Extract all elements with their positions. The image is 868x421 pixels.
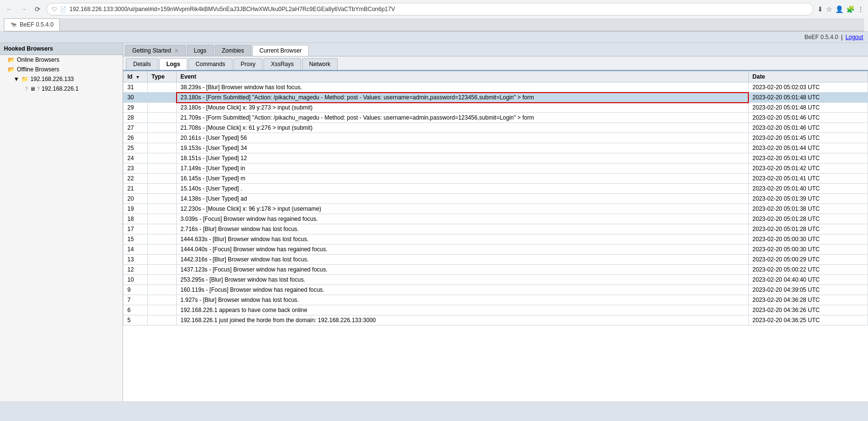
table-row[interactable]: 1912.230s - [Mouse Click] x: 96 y:178 > … bbox=[124, 204, 868, 214]
cell-event: 192.168.226.1 just joined the horde from… bbox=[177, 315, 749, 326]
logout-link[interactable]: Logout bbox=[845, 34, 863, 41]
sub-tab-logs[interactable]: Logs bbox=[159, 58, 188, 70]
cell-type bbox=[148, 103, 177, 113]
cell-type bbox=[148, 113, 177, 123]
back-button[interactable]: ← bbox=[4, 4, 14, 14]
beef-version: BeEF 0.5.4.0 bbox=[804, 34, 838, 41]
cell-id: 19 bbox=[124, 204, 148, 214]
browser-actions: ⬇ ☆ 👤 🧩 ⋮ bbox=[817, 5, 864, 13]
table-row[interactable]: 2519.153s - [User Typed] 342023-02-20 05… bbox=[124, 143, 868, 153]
menu-button[interactable]: ⋮ bbox=[857, 5, 864, 13]
table-row[interactable]: 2115.140s - [User Typed] .2023-02-20 05:… bbox=[124, 184, 868, 194]
expand-icon: ▼ bbox=[14, 76, 19, 82]
table-row[interactable]: 151444.633s - [Blur] Browser window has … bbox=[124, 234, 868, 244]
zombies-label: Zombies bbox=[222, 47, 244, 54]
table-row[interactable]: 141444.040s - [Focus] Browser window has… bbox=[124, 244, 868, 255]
col-event[interactable]: Event bbox=[177, 71, 749, 82]
reload-button[interactable]: ⟳ bbox=[33, 4, 42, 14]
table-row[interactable]: 3138.239s - [Blur] Browser window has lo… bbox=[124, 82, 868, 93]
sort-arrow-id: ▼ bbox=[136, 75, 140, 80]
sidebar-item-online[interactable]: 📂 Online Browsers bbox=[0, 55, 123, 65]
cell-event: 21.709s - [Form Submitted] "Action: /pik… bbox=[177, 113, 749, 123]
table-row[interactable]: 6192.168.226.1 appears to have come back… bbox=[124, 305, 868, 315]
table-row[interactable]: 5192.168.226.1 just joined the horde fro… bbox=[124, 315, 868, 326]
sidebar-item-offline[interactable]: 📂 Offline Browsers bbox=[0, 65, 123, 74]
xssrays-label: XssRays bbox=[271, 61, 293, 68]
sub-tab-commands[interactable]: Commands bbox=[188, 58, 232, 70]
cell-type bbox=[148, 204, 177, 214]
current-browser-label: Current Browser bbox=[260, 47, 302, 54]
cell-id: 5 bbox=[124, 315, 148, 326]
cell-type bbox=[148, 174, 177, 184]
cell-date: 2023-02-20 05:01:41 UTC bbox=[748, 174, 868, 184]
cell-type bbox=[148, 265, 177, 275]
browser-tab-beef[interactable]: 🐄 BeEF 0.5.4.0 bbox=[4, 18, 60, 31]
network-label: Network bbox=[309, 61, 331, 68]
star-button[interactable]: ☆ bbox=[826, 5, 832, 13]
main-tab-logs[interactable]: Logs bbox=[187, 45, 214, 56]
cell-date: 2023-02-20 04:39:05 UTC bbox=[748, 285, 868, 295]
main-tabs: Getting Started ✕ Logs Zombies Current B… bbox=[123, 43, 868, 56]
table-row[interactable]: 71.927s - [Blur] Browser window has lost… bbox=[124, 295, 868, 305]
browser-tab-bar: 🐄 BeEF 0.5.4.0 bbox=[4, 18, 864, 31]
table-row[interactable]: 9160.119s - [Focus] Browser window has r… bbox=[124, 285, 868, 295]
cell-event: 160.119s - [Focus] Browser window has re… bbox=[177, 285, 749, 295]
sub-tab-network[interactable]: Network bbox=[302, 58, 338, 70]
table-row[interactable]: 2620.161s - [User Typed] 562023-02-20 05… bbox=[124, 133, 868, 143]
cell-date: 2023-02-20 05:00:29 UTC bbox=[748, 255, 868, 265]
table-row[interactable]: 2721.708s - [Mouse Click] x: 61 y:276 > … bbox=[124, 123, 868, 133]
cell-id: 26 bbox=[124, 133, 148, 143]
downloads-button[interactable]: ⬇ bbox=[817, 5, 823, 13]
proxy-label: Proxy bbox=[241, 61, 256, 68]
cell-date: 2023-02-20 05:01:40 UTC bbox=[748, 184, 868, 194]
table-row[interactable]: 10253.295s - [Blur] Browser window has l… bbox=[124, 275, 868, 285]
tab-favicon: 🐄 bbox=[10, 22, 17, 28]
table-row[interactable]: 2821.709s - [Form Submitted] "Action: /p… bbox=[124, 113, 868, 123]
online-browsers-label: Online Browsers bbox=[17, 56, 59, 63]
browser-icon-2: 🖥 bbox=[30, 86, 35, 92]
offline-browsers-label: Offline Browsers bbox=[17, 66, 59, 73]
address-bar[interactable]: 🛡 📄 192.168.226.133:3000/ui/panel#id=159… bbox=[46, 3, 813, 15]
col-id[interactable]: Id ▼ bbox=[124, 71, 148, 82]
cell-id: 17 bbox=[124, 224, 148, 234]
table-row[interactable]: 172.716s - [Blur] Browser window has los… bbox=[124, 224, 868, 234]
table-row[interactable]: 2014.138s - [User Typed] ad2023-02-20 05… bbox=[124, 194, 868, 204]
cell-id: 25 bbox=[124, 143, 148, 153]
sub-tab-xssrays[interactable]: XssRays bbox=[263, 58, 301, 70]
sidebar-item-browser[interactable]: ? 🖥 ? 192.168.226.1 bbox=[0, 84, 123, 94]
main-tab-getting-started[interactable]: Getting Started ✕ bbox=[125, 45, 186, 56]
cell-type bbox=[148, 153, 177, 163]
cell-type bbox=[148, 143, 177, 153]
getting-started-close[interactable]: ✕ bbox=[174, 48, 179, 54]
table-row[interactable]: 183.039s - [Focus] Browser window has re… bbox=[124, 214, 868, 224]
profile-button[interactable]: 👤 bbox=[835, 5, 843, 13]
table-row[interactable]: 2418.151s - [User Typed] 122023-02-20 05… bbox=[124, 153, 868, 163]
cell-date: 2023-02-20 04:36:26 UTC bbox=[748, 305, 868, 315]
sub-tab-details[interactable]: Details bbox=[126, 58, 158, 70]
log-table-container: Id ▼ Type Event Date 3138.239s - [Blur] … bbox=[123, 71, 868, 401]
table-row[interactable]: 121437.123s - [Focus] Browser window has… bbox=[124, 265, 868, 275]
table-row[interactable]: 2923.180s - [Mouse Click] x: 39 y:273 > … bbox=[124, 103, 868, 113]
forward-button[interactable]: → bbox=[18, 4, 29, 14]
sidebar-item-ip-group[interactable]: ▼ 📁 192.168.226.133 bbox=[0, 74, 123, 84]
beef-separator: | bbox=[841, 34, 842, 41]
main-tab-zombies[interactable]: Zombies bbox=[215, 45, 251, 56]
table-row[interactable]: 131442.316s - [Blur] Browser window has … bbox=[124, 255, 868, 265]
cell-id: 31 bbox=[124, 82, 148, 93]
cell-id: 21 bbox=[124, 184, 148, 194]
cell-id: 30 bbox=[124, 93, 148, 103]
table-row[interactable]: 3023.180s - [Form Submitted] "Action: /p… bbox=[124, 93, 868, 103]
extension-button[interactable]: 🧩 bbox=[846, 5, 854, 13]
content-area: Getting Started ✕ Logs Zombies Current B… bbox=[123, 43, 868, 401]
cell-id: 27 bbox=[124, 123, 148, 133]
table-row[interactable]: 2317.149s - [User Typed] in2023-02-20 05… bbox=[124, 163, 868, 174]
ip-group-label: 192.168.226.133 bbox=[30, 76, 74, 82]
main-tab-current-browser[interactable]: Current Browser bbox=[252, 45, 309, 56]
sub-tab-proxy[interactable]: Proxy bbox=[234, 58, 263, 70]
cell-date: 2023-02-20 04:36:28 UTC bbox=[748, 295, 868, 305]
cell-date: 2023-02-20 05:02:03 UTC bbox=[748, 82, 868, 93]
browser-chrome: ← → ⟳ 🛡 📄 192.168.226.133:3000/ui/panel#… bbox=[0, 0, 868, 32]
table-row[interactable]: 2216.145s - [User Typed] m2023-02-20 05:… bbox=[124, 174, 868, 184]
col-type[interactable]: Type bbox=[148, 71, 177, 82]
col-date[interactable]: Date bbox=[748, 71, 868, 82]
